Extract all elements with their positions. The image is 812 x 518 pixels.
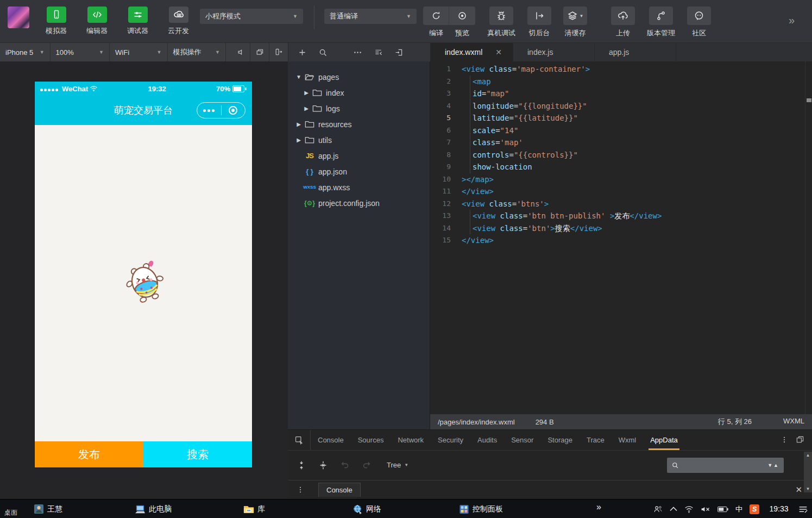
toolbar-button-cloud[interactable]: 云开发 (158, 0, 199, 36)
search-icon[interactable] (313, 45, 332, 59)
code-line[interactable]: 2<map (430, 76, 812, 88)
editor-tab-index.js[interactable]: index.js (513, 43, 595, 61)
zoom-dropdown[interactable]: 100%▼ (51, 43, 110, 61)
toolbar-action-eye[interactable]: 预览 (449, 0, 475, 38)
close-tab-icon[interactable]: ✕ (495, 48, 502, 57)
new-file-icon[interactable] (293, 45, 311, 59)
devtools-tab-wxml[interactable]: Wxml (612, 430, 644, 450)
toolbar-action-branch[interactable]: 版本管理 (647, 0, 675, 38)
view-mode-dropdown[interactable]: Tree ▼ (387, 461, 408, 469)
people-icon[interactable] (653, 505, 663, 513)
code-line[interactable]: 3id="map" (430, 88, 812, 100)
detach-simulator-icon[interactable] (269, 43, 288, 61)
taskbar-item-网络[interactable]: 网络 (352, 500, 381, 518)
toolbar-action-layers[interactable]: ▼ 清缓存 (563, 0, 587, 38)
more-actions-chevron-icon[interactable]: » (789, 14, 794, 27)
user-avatar[interactable] (8, 7, 29, 28)
taskbar-item-此电脑[interactable]: 此电脑 (135, 500, 172, 518)
devtools-tab-network[interactable]: Network (391, 430, 431, 450)
taskbar-item-王慧[interactable]: 王慧 (34, 500, 62, 518)
code-editor[interactable]: 1<view class='map-container'>2<map3id="m… (430, 61, 812, 414)
network-dropdown[interactable]: WiFi▼ (110, 43, 167, 61)
devtools-tab-sensor[interactable]: Sensor (504, 430, 540, 450)
ime-indicator[interactable]: 中 (735, 504, 742, 514)
more-options-icon[interactable] (348, 45, 367, 59)
taskbar-item-库[interactable]: 库 (243, 500, 265, 518)
code-line[interactable]: 6scale="14" (430, 124, 812, 137)
taskbar-item-»[interactable]: » (596, 500, 600, 518)
tree-item-logs[interactable]: ▶ logs (288, 101, 430, 116)
editor-tab-index.wxml[interactable]: index.wxml✕ (431, 43, 513, 61)
kebab-menu-icon[interactable] (780, 435, 788, 444)
rotate-screen-icon[interactable] (250, 43, 269, 61)
code-line[interactable]: 5latitude="{{latitude}}" (430, 112, 812, 124)
inspect-element-icon[interactable] (288, 430, 311, 450)
tree-item-app.json[interactable]: { } app.json (288, 164, 430, 179)
editor-tab-app.js[interactable]: app.js (595, 43, 676, 61)
taskbar-item-控制面板[interactable]: 控制面板 (459, 500, 503, 518)
tree-item-app.js[interactable]: JS app.js (288, 148, 430, 164)
editor-scrollbar[interactable] (805, 61, 812, 414)
sound-icon[interactable] (231, 43, 250, 61)
wifi-tray-icon[interactable] (684, 505, 694, 513)
close-miniprogram-button[interactable] (222, 106, 246, 115)
desktop-toolbar-label[interactable]: 桌面 (4, 508, 17, 517)
reveal-file-icon[interactable] (389, 45, 408, 59)
tree-item-app.wxss[interactable]: WXSS app.wxss (288, 179, 430, 195)
editor-scrollbar-thumb[interactable] (807, 98, 811, 102)
tree-item-pages[interactable]: ▼ pages (288, 69, 430, 85)
undo-icon[interactable] (338, 458, 352, 472)
tree-item-project.config.json[interactable]: {⚙} project.config.json (288, 195, 430, 211)
collapse-folders-icon[interactable] (369, 45, 387, 59)
expand-all-icon[interactable] (294, 458, 309, 472)
toolbar-button-code[interactable]: 编辑器 (77, 0, 117, 36)
file-language[interactable]: WXML (783, 417, 804, 427)
code-line[interactable]: 11</view> (430, 185, 812, 198)
toolbar-action-refresh[interactable]: 编译 (423, 0, 449, 38)
battery-tray-icon[interactable] (717, 506, 728, 513)
appdata-search-box[interactable]: ▼▲ (667, 458, 784, 473)
search-prev-next-icons[interactable]: ▼▲ (767, 463, 779, 468)
close-drawer-icon[interactable]: ✕ (795, 485, 802, 495)
toolbar-button-debug[interactable]: 调试器 (117, 0, 158, 36)
devtools-tab-storage[interactable]: Storage (540, 430, 580, 450)
code-line[interactable]: 7class='map' (430, 136, 812, 149)
devtools-tab-sources[interactable]: Sources (351, 430, 391, 450)
tree-item-resources[interactable]: ▶ resources (288, 116, 430, 132)
clock[interactable]: 19:33 (766, 505, 791, 513)
device-dropdown[interactable]: iPhone 5▼ (0, 43, 51, 61)
redo-icon[interactable] (360, 458, 374, 472)
code-line[interactable]: 13<view class='btn btn-publish' >发布</vie… (430, 210, 812, 222)
toolbar-action-chat[interactable]: 社区 (687, 0, 711, 38)
sogou-input-icon[interactable]: S (750, 504, 759, 514)
toolbar-action-upload[interactable]: 上传 (611, 0, 635, 38)
search-button[interactable]: 搜索 (143, 441, 252, 467)
devtools-tab-audits[interactable]: Audits (470, 430, 504, 450)
volume-muted-icon[interactable] (701, 505, 710, 513)
notification-center-icon[interactable] (798, 505, 808, 513)
code-line[interactable]: 12<view class='btns'> (430, 198, 812, 210)
show-hidden-icons-chevron[interactable] (670, 507, 677, 511)
code-line[interactable]: 10></map> (430, 173, 812, 186)
more-menu-button[interactable] (197, 109, 221, 112)
code-line[interactable]: 14<view class='btn'>搜索</view> (430, 222, 812, 235)
devtools-scrollbar[interactable]: ▲▼ (804, 452, 812, 492)
kebab-menu-icon[interactable] (297, 486, 304, 494)
toolbar-action-background[interactable]: 切后台 (527, 0, 551, 38)
devtools-tab-security[interactable]: Security (431, 430, 470, 450)
publish-button[interactable]: 发布 (35, 441, 143, 467)
code-line[interactable]: 4longitude="{{longitude}}" (430, 100, 812, 113)
sim-operations-dropdown[interactable]: 模拟操作▼ (168, 43, 226, 61)
toolbar-action-bug[interactable]: 真机调试 (487, 0, 515, 38)
tree-item-utils[interactable]: ▶ utils (288, 132, 430, 148)
compile-dropdown[interactable]: 普通编译 ▼ (324, 9, 417, 24)
console-drawer-tab[interactable]: Console (318, 483, 361, 497)
collapse-all-icon[interactable] (316, 458, 330, 472)
code-line[interactable]: 9show-location (430, 161, 812, 173)
devtools-tab-trace[interactable]: Trace (580, 430, 612, 450)
mode-dropdown[interactable]: 小程序模式 ▼ (200, 9, 303, 24)
code-line[interactable]: 8controls="{{controls}}" (430, 149, 812, 161)
code-line[interactable]: 1<view class='map-container'> (430, 63, 812, 76)
devtools-tab-appdata[interactable]: AppData (643, 430, 685, 450)
toolbar-button-phone[interactable]: 模拟器 (36, 0, 77, 36)
